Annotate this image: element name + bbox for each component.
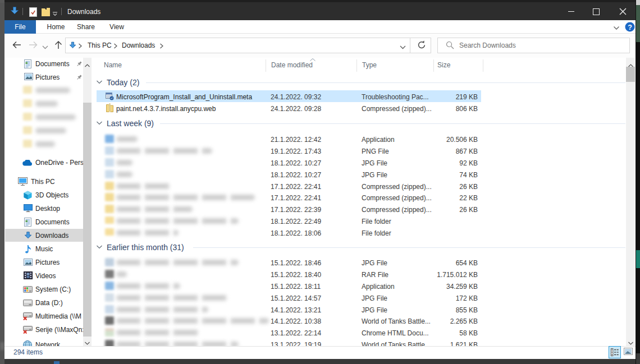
svg-text:?: ?: [628, 24, 632, 31]
